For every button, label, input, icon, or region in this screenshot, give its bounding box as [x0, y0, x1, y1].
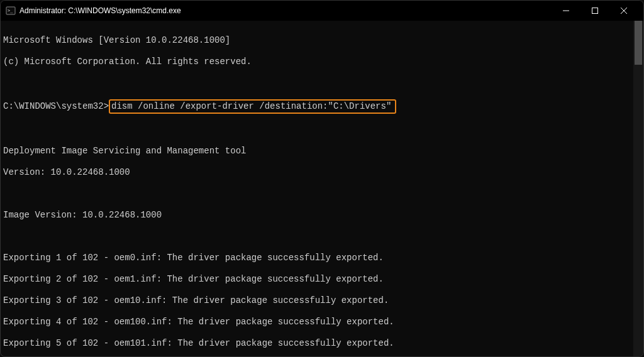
scrollbar-thumb[interactable]: [635, 21, 642, 65]
svg-rect-2: [592, 8, 598, 14]
terminal-area: Microsoft Windows [Version 10.0.22468.10…: [1, 21, 643, 356]
window-title: Administrator: C:\WINDOWS\system32\cmd.e…: [19, 6, 552, 15]
blank-line: [3, 231, 631, 242]
export-line: Exporting 2 of 102 - oem1.inf: The drive…: [3, 274, 631, 285]
svg-text:>_: >_: [8, 8, 13, 13]
export-line: Exporting 3 of 102 - oem10.inf: The driv…: [3, 295, 631, 306]
copyright-line: (c) Microsoft Corporation. All rights re…: [3, 57, 631, 67]
maximize-button[interactable]: [580, 1, 609, 21]
minimize-button[interactable]: [552, 1, 580, 21]
export-line: Exporting 4 of 102 - oem100.inf: The dri…: [3, 317, 631, 327]
cmd-window: >_ Administrator: C:\WINDOWS\system32\cm…: [0, 0, 644, 357]
export-line: Exporting 5 of 102 - oem101.inf: The dri…: [3, 338, 631, 349]
tool-header: Deployment Image Servicing and Managemen…: [3, 146, 631, 157]
prompt-line: C:\WINDOWS\system32>dism /online /export…: [3, 99, 631, 114]
window-controls: [552, 1, 638, 21]
vertical-scrollbar[interactable]: [633, 21, 643, 356]
tool-version: Version: 10.0.22468.1000: [3, 167, 631, 178]
prompt-text: C:\WINDOWS\system32>: [3, 101, 109, 111]
export-line: Exporting 1 of 102 - oem0.inf: The drive…: [3, 253, 631, 263]
image-version: Image Version: 10.0.22468.1000: [3, 210, 631, 221]
cmd-icon: >_: [6, 6, 16, 16]
terminal-output[interactable]: Microsoft Windows [Version 10.0.22468.10…: [1, 21, 633, 356]
titlebar[interactable]: >_ Administrator: C:\WINDOWS\system32\cm…: [1, 1, 643, 21]
close-button[interactable]: [609, 1, 638, 21]
blank-line: [3, 189, 631, 199]
banner-line: Microsoft Windows [Version 10.0.22468.10…: [3, 35, 631, 46]
blank-line: [3, 124, 631, 135]
blank-line: [3, 78, 631, 89]
highlighted-command: dism /online /export-driver /destination…: [109, 99, 396, 114]
